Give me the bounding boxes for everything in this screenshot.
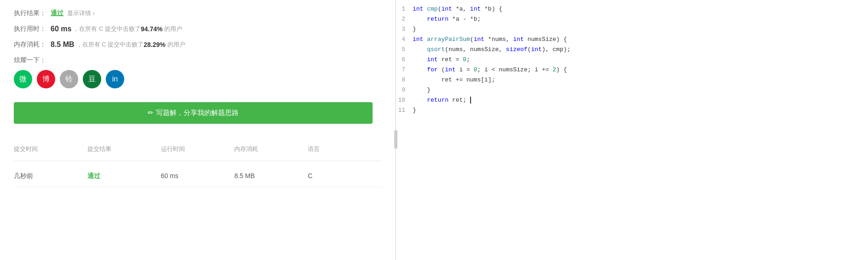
memory-percent: 28.29% [144, 41, 165, 48]
text-cursor [466, 97, 471, 104]
code-line: 3} [396, 25, 868, 35]
col-header-result: 提交结果 [87, 142, 161, 156]
bell-icon[interactable]: 铃 [60, 70, 78, 88]
line-number: 1 [396, 5, 413, 14]
cell-submit-result[interactable]: 通过 [87, 170, 161, 182]
submissions-table: 提交时间 提交结果 运行时间 内存消耗 语言 几秒前 通过 60 ms 8.5 … [14, 142, 381, 187]
line-content: int cmp(int *a, int *b) { [413, 5, 868, 14]
time-label: 执行用时： [14, 25, 51, 33]
col-header-lang: 语言 [308, 142, 381, 156]
memory-unit: 的用户 [167, 40, 185, 49]
code-line: 6 int ret = 0; [396, 55, 868, 65]
write-solution-button[interactable]: ✏ 写题解，分享我的解题思路 [14, 102, 373, 124]
line-content: for (int i = 0; i < numsSize; i += 2) { [413, 65, 868, 75]
left-panel: 执行结果： 通过 显示详情 › 执行用时： 60 ms ，在所有 C 提交中击败… [0, 0, 396, 260]
line-number: 9 [396, 86, 413, 95]
code-line: 1int cmp(int *a, int *b) { [396, 5, 868, 15]
line-content: return *a - *b; [413, 15, 868, 24]
cell-lang: C [308, 170, 381, 182]
execution-result-row: 执行结果： 通过 显示详情 › [14, 9, 381, 17]
line-content: int ret = 0; [413, 55, 868, 65]
code-line: 10 return ret; [396, 96, 868, 106]
detail-link[interactable]: 显示详情 › [67, 9, 95, 17]
line-content: int arrayPairSum(int *nums, int numsSize… [413, 35, 868, 45]
line-content: return ret; [413, 96, 868, 105]
time-desc: ，在所有 C 提交中击败了 [73, 25, 141, 33]
douban-icon[interactable]: 豆 [83, 70, 101, 88]
weibo-icon[interactable]: 博 [37, 70, 55, 88]
line-number: 7 [396, 65, 413, 75]
table-header: 提交时间 提交结果 运行时间 内存消耗 语言 [14, 142, 381, 161]
col-header-memory: 内存消耗 [234, 142, 308, 156]
memory-value: 8.5 MB [51, 40, 75, 49]
code-line: 2 return *a - *b; [396, 15, 868, 25]
code-line: 7 for (int i = 0; i < numsSize; i += 2) … [396, 65, 868, 75]
social-icons-container: 微 博 铃 豆 in [14, 70, 381, 88]
cell-memory: 8.5 MB [234, 170, 308, 182]
code-line: 8 ret += nums[i]; [396, 75, 868, 86]
line-number: 11 [396, 106, 413, 116]
share-label: 炫耀一下： [14, 56, 381, 64]
line-content: ret += nums[i]; [413, 75, 868, 85]
line-number: 2 [396, 15, 413, 24]
memory-row: 内存消耗： 8.5 MB ，在所有 C 提交中击败了 28.29% 的用户 [14, 40, 381, 49]
col-header-runtime: 运行时间 [161, 142, 235, 156]
memory-desc: ，在所有 C 提交中击败了 [76, 40, 144, 49]
code-editor: 1int cmp(int *a, int *b) {2 return *a - … [396, 0, 868, 121]
time-value: 60 ms [51, 25, 71, 33]
line-content: } [413, 25, 868, 35]
panel-divider [396, 0, 396, 260]
time-row: 执行用时： 60 ms ，在所有 C 提交中击败了 94.74% 的用户 [14, 25, 381, 33]
time-percent: 94.74% [141, 25, 162, 33]
execution-label: 执行结果： [14, 9, 51, 17]
line-number: 6 [396, 55, 413, 65]
code-line: 5 qsort(nums, numsSize, sizeof(int), cmp… [396, 45, 868, 55]
line-number: 4 [396, 35, 413, 45]
line-content: } [413, 106, 868, 116]
table-row: 几秒前 通过 60 ms 8.5 MB C [14, 166, 381, 187]
line-content: } [413, 86, 868, 95]
right-panel: 1int cmp(int *a, int *b) {2 return *a - … [396, 0, 868, 260]
line-number: 3 [396, 25, 413, 35]
linkedin-icon[interactable]: in [106, 70, 124, 88]
line-content: qsort(nums, numsSize, sizeof(int), cmp); [413, 45, 868, 55]
line-number: 8 [396, 75, 413, 85]
col-header-time: 提交时间 [14, 142, 87, 156]
time-unit: 的用户 [164, 25, 182, 33]
code-line: 11} [396, 106, 868, 116]
code-line: 4int arrayPairSum(int *nums, int numsSiz… [396, 35, 868, 45]
execution-status: 通过 [51, 9, 63, 17]
cell-submit-time: 几秒前 [14, 170, 87, 182]
cell-run-time: 60 ms [161, 170, 235, 182]
line-number: 10 [396, 96, 413, 105]
wechat-icon[interactable]: 微 [14, 70, 32, 88]
code-line: 9 } [396, 86, 868, 96]
memory-label: 内存消耗： [14, 40, 51, 49]
drag-handle[interactable] [394, 130, 397, 149]
line-number: 5 [396, 45, 413, 55]
